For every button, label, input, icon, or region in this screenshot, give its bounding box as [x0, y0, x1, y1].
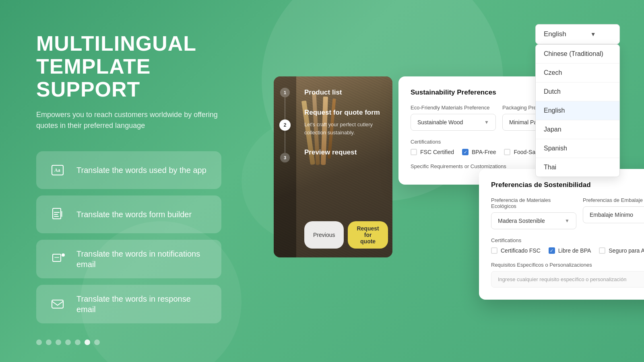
language-dropdown-container: English ▼ Chinese (Traditional) Czech Du… [535, 24, 620, 44]
en-eco-select[interactable]: Sustainable Wood ▼ [411, 114, 496, 131]
en-cert-food[interactable]: Food-Safe [504, 149, 540, 155]
en-checkbox-food[interactable] [504, 149, 510, 155]
dot-3[interactable] [56, 339, 61, 345]
en-eco-label: Eco-Friendly Materials Preference [411, 105, 496, 111]
page-subtitle: Empowers you to reach customers worldwid… [36, 109, 225, 131]
right-panel: English ▼ Chinese (Traditional) Czech Du… [250, 0, 644, 362]
step-2-entry: Request for quote form Let's craft your … [304, 109, 384, 136]
dot-7[interactable] [94, 339, 100, 345]
es-checkbox-food[interactable] [599, 247, 605, 254]
es-checkbox-bpa[interactable]: ✓ [549, 247, 555, 254]
en-cert-bpa-label: BPA-Free [472, 149, 496, 155]
feature-cards-list: Aa Translate the words used by the app [36, 151, 225, 323]
en-cert-fsc[interactable]: FSC Certified [411, 149, 454, 155]
carousel-dots [36, 323, 225, 345]
es-cert-section: Certifications Certificado FSC ✓ Libre d… [491, 237, 644, 254]
en-checkbox-fsc[interactable] [411, 149, 417, 155]
step-3-entry: Preview request [304, 148, 384, 156]
feature-card-form-builder[interactable]: Translate the words form builder [36, 195, 221, 233]
es-eco-select[interactable]: Madera Sostenible ▼ [491, 212, 576, 229]
es-req-input[interactable]: Ingrese cualquier requisito específico o… [491, 271, 644, 288]
previous-button[interactable]: Previous [304, 221, 344, 249]
dot-4[interactable] [65, 339, 71, 345]
es-cert-fsc-label: Certificado FSC [501, 247, 541, 254]
es-packaging-col: Preferencias de Embalaje Embalaje Mínimo… [583, 197, 644, 229]
step-line-1 [285, 97, 285, 119]
dot-6[interactable] [85, 339, 90, 345]
lang-option-japan[interactable]: Japan [536, 120, 619, 139]
step-2-desc: Let's craft your perfect cutlery collect… [304, 121, 384, 136]
lang-option-english[interactable]: English [536, 101, 619, 120]
text-format-icon: Aa [47, 160, 68, 180]
chevron-down-icon: ▼ [590, 31, 596, 37]
es-req-placeholder: Ingrese cualquier requisito específico o… [498, 276, 626, 282]
es-checkbox-fsc[interactable] [491, 247, 497, 254]
lang-option-dutch[interactable]: Dutch [536, 82, 619, 101]
svg-rect-4 [54, 214, 58, 215]
lang-option-spanish[interactable]: Spanish [536, 139, 619, 158]
step-1-title: Product list [304, 88, 384, 97]
svg-rect-9 [54, 257, 59, 258]
feature-label-notifications: Translate the words in notifications ema… [76, 249, 210, 269]
feature-card-response-email[interactable]: Translate the words in response email [36, 285, 221, 323]
feature-label-response-email: Translate the words in response email [76, 294, 210, 315]
es-eco-value: Madera Sostenible [498, 218, 545, 224]
main-content: MULTILINGUAL TEMPLATE SUPPORT Empowers y… [0, 0, 644, 362]
es-cert-bpa[interactable]: ✓ Libre de BPA [549, 247, 591, 254]
request-quote-button[interactable]: Request for quote [348, 221, 388, 249]
step-2-title: Request for quote form [304, 109, 384, 117]
sustainability-card-spanish: Preferencias de Sostenibilidad Preferenc… [479, 169, 644, 300]
es-cert-food[interactable]: Seguro para Alimentos [599, 247, 644, 254]
chevron-down-icon-eco-en: ▼ [484, 119, 489, 125]
page-title: MULTILINGUAL TEMPLATE SUPPORT [36, 32, 225, 101]
steps-card: 1 2 3 [274, 76, 392, 257]
lang-option-chinese[interactable]: Chinese (Traditional) [536, 45, 619, 64]
es-cert-title: Certifications [491, 237, 644, 243]
en-checkbox-bpa[interactable]: ✓ [462, 149, 469, 155]
svg-rect-8 [62, 253, 65, 257]
es-cert-food-label: Seguro para Alimentos [609, 247, 644, 254]
feature-card-notifications[interactable]: Translate the words in notifications ema… [36, 240, 221, 278]
notification-icon [47, 249, 68, 269]
selected-language: English [544, 30, 566, 38]
en-eco-value: Sustainable Wood [417, 119, 463, 125]
step-3-number: 3 [280, 153, 290, 162]
language-dropdown-button[interactable]: English ▼ [535, 24, 620, 44]
dot-1[interactable] [36, 339, 42, 345]
en-eco-col: Eco-Friendly Materials Preference Sustai… [411, 105, 496, 131]
es-packaging-select[interactable]: Embalaje Mínimo ▼ [583, 206, 644, 223]
steps-buttons: Previous Request for quote [304, 221, 386, 249]
es-field-row-1: Preferencia de Materiales Ecológicos Mad… [491, 197, 644, 229]
document-icon [47, 204, 68, 224]
es-card-title: Preferencias de Sostenibilidad [491, 181, 644, 189]
step-1-container: 1 [280, 88, 290, 119]
svg-rect-6 [61, 211, 62, 217]
step-1-number: 1 [280, 88, 290, 97]
es-cert-options: Certificado FSC ✓ Libre de BPA Seguro pa… [491, 247, 644, 254]
es-eco-col: Preferencia de Materiales Ecológicos Mad… [491, 197, 576, 229]
svg-text:Aa: Aa [54, 167, 60, 173]
step-3-container: 3 [280, 153, 290, 162]
step-2-container: 2 [279, 119, 291, 153]
dot-2[interactable] [46, 339, 52, 345]
es-req-label: Requisitos Específicos o Personalizacion… [491, 262, 644, 268]
left-panel: MULTILINGUAL TEMPLATE SUPPORT Empowers y… [0, 0, 250, 362]
step-2-number: 2 [279, 119, 291, 131]
svg-rect-3 [54, 212, 60, 213]
steps-sidebar: 1 2 3 [274, 76, 296, 257]
es-packaging-label: Preferencias de Embalaje [583, 197, 644, 203]
feature-label-app-words: Translate the words used by the app [76, 165, 206, 175]
language-dropdown-menu: Chinese (Traditional) Czech Dutch Englis… [535, 44, 620, 177]
es-eco-label: Preferencia de Materiales Ecológicos [491, 197, 576, 209]
es-packaging-value: Embalaje Mínimo [590, 212, 633, 218]
email-icon [47, 294, 68, 314]
es-cert-bpa-label: Libre de BPA [558, 247, 591, 254]
feature-card-app-words[interactable]: Aa Translate the words used by the app [36, 151, 221, 189]
es-cert-fsc[interactable]: Certificado FSC [491, 247, 541, 254]
en-cert-bpa[interactable]: ✓ BPA-Free [462, 149, 496, 155]
lang-option-czech[interactable]: Czech [536, 64, 619, 82]
chevron-down-icon-eco-es: ▼ [565, 218, 570, 224]
lang-option-thai[interactable]: Thai [536, 158, 619, 177]
dot-5[interactable] [75, 339, 80, 345]
svg-rect-10 [52, 300, 63, 308]
